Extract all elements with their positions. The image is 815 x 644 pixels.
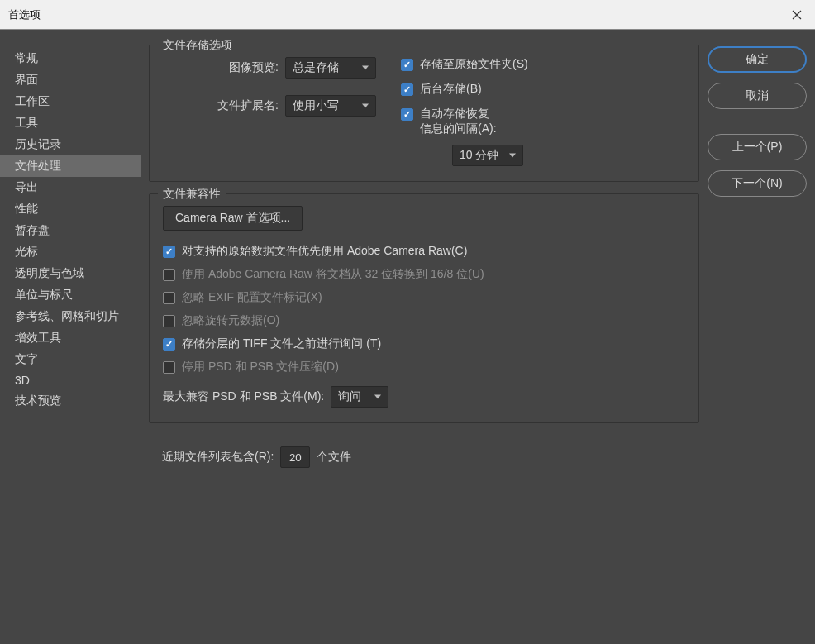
sidebar-item-interface[interactable]: 界面 [0,69,141,91]
prev-button[interactable]: 上一个(P) [708,134,807,160]
sidebar-item-history[interactable]: 历史记录 [0,134,141,155]
sidebar-item-performance[interactable]: 性能 [0,198,141,220]
camera-raw-prefs-button[interactable]: Camera Raw 首选项... [163,206,303,231]
group-title-storage: 文件存储选项 [158,38,237,53]
checkbox-label: 忽略旋转元数据(O) [182,313,279,328]
sidebar-item-label: 性能 [15,202,38,215]
sidebar-item-workspace[interactable]: 工作区 [0,91,141,112]
sidebar-item-tech-preview[interactable]: 技术预览 [0,390,141,412]
checkbox-ignore-rotation[interactable]: 忽略旋转元数据(O) [163,313,685,328]
sidebar-item-label: 参考线、网格和切片 [15,309,119,322]
checkbox-label: 停用 PSD 和 PSB 文件压缩(D) [182,360,339,374]
sidebar-item-units[interactable]: 单位与标尺 [0,284,141,306]
checkbox-label: 存储分层的 TIFF 文件之前进行询问 (T) [182,336,381,351]
sidebar-item-label: 文字 [15,352,38,365]
checkbox-save-original[interactable]: 存储至原始文件夹(S) [401,57,528,72]
ok-button[interactable]: 确定 [708,46,807,73]
checkbox-icon [163,361,175,374]
group-compat: 文件兼容性 Camera Raw 首选项... 对支持的原始数据文件优先使用 A… [149,193,699,423]
checkbox-auto-save[interactable]: 自动存储恢复 信息的间隔(A): [401,107,528,136]
sidebar-item-guides[interactable]: 参考线、网格和切片 [0,306,141,327]
main: 常规界面工作区工具历史记录文件处理导出性能暂存盘光标透明度与色域单位与标尺参考线… [0,30,815,644]
sidebar-item-export[interactable]: 导出 [0,177,141,198]
recent-files-row: 近期文件列表包含(R): 个文件 [149,435,699,468]
sidebar-item-label: 常规 [15,51,38,64]
sidebar-item-transparency[interactable]: 透明度与色域 [0,263,141,284]
select-image-preview[interactable]: 总是存储 [285,57,376,79]
sidebar-item-plugins[interactable]: 增效工具 [0,327,141,349]
checkbox-ask-tiff[interactable]: 存储分层的 TIFF 文件之前进行询问 (T) [163,336,685,351]
sidebar-item-label: 工具 [15,116,38,129]
sidebar-item-scratch[interactable]: 暂存盘 [0,220,141,241]
window-title: 首选项 [8,7,41,22]
checkbox-icon [163,269,175,281]
checkbox-label: 对支持的原始数据文件优先使用 Adobe Camera Raw(C) [182,244,467,259]
sidebar-item-tools[interactable]: 工具 [0,112,141,134]
group-title-compat: 文件兼容性 [158,187,226,202]
sidebar-item-cursor[interactable]: 光标 [0,241,141,263]
checkbox-icon [401,83,413,96]
sidebar: 常规界面工作区工具历史记录文件处理导出性能暂存盘光标透明度与色域单位与标尺参考线… [0,30,141,644]
buttons-column: 确定 取消 上一个(P) 下一个(N) [708,45,807,644]
label-file-ext: 文件扩展名: [163,98,279,113]
sidebar-item-label: 3D [15,374,30,387]
checkbox-icon [163,315,175,327]
select-max-compat[interactable]: 询问 [331,386,388,408]
sidebar-item-label: 工作区 [15,94,50,107]
content: 文件存储选项 图像预览: 总是存储 文件扩展名: 使用小写 [141,30,815,644]
label-recent-suffix: 个文件 [317,450,351,465]
checkbox-label: 忽略 EXIF 配置文件标记(X) [182,290,322,305]
titlebar: 首选项 [0,0,815,30]
checkbox-icon [401,59,413,71]
checkbox-disable-psd-compress[interactable]: 停用 PSD 和 PSB 文件压缩(D) [163,360,685,374]
sidebar-item-3d[interactable]: 3D [0,370,141,390]
group-file-storage: 文件存储选项 图像预览: 总是存储 文件扩展名: 使用小写 [149,45,699,182]
label-recent: 近期文件列表包含(R): [162,450,274,465]
sidebar-item-file-handling[interactable]: 文件处理 [0,155,141,177]
checkbox-ignore-exif[interactable]: 忽略 EXIF 配置文件标记(X) [163,290,685,305]
sidebar-item-label: 界面 [15,73,38,86]
select-auto-save-interval[interactable]: 10 分钟 [452,145,523,166]
sidebar-item-label: 透明度与色域 [15,266,84,279]
checkbox-label: 存储至原始文件夹(S) [420,57,528,72]
checkbox-label: 自动存储恢复 信息的间隔(A): [420,107,497,136]
checkbox-icon [163,246,175,258]
sidebar-item-label: 单位与标尺 [15,288,73,301]
checkbox-icon [401,108,413,121]
next-button[interactable]: 下一个(N) [708,170,807,197]
sidebar-item-label: 光标 [15,245,38,258]
checkbox-prefer-raw[interactable]: 对支持的原始数据文件优先使用 Adobe Camera Raw(C) [163,244,685,259]
label-max-compat: 最大兼容 PSD 和 PSB 文件(M): [163,389,324,404]
checkbox-32to16[interactable]: 使用 Adobe Camera Raw 将文档从 32 位转换到 16/8 位(… [163,267,685,282]
checkbox-icon [163,338,175,351]
sidebar-item-label: 导出 [15,180,38,193]
sidebar-item-type[interactable]: 文字 [0,349,141,370]
close-button[interactable] [778,0,815,30]
sidebar-item-label: 历史记录 [15,137,61,150]
sidebar-item-label: 技术预览 [15,394,61,407]
checkbox-icon [163,292,175,304]
sidebar-item-label: 增效工具 [15,331,61,344]
input-recent-count[interactable] [280,446,310,468]
checkbox-label: 使用 Adobe Camera Raw 将文档从 32 位转换到 16/8 位(… [182,267,484,282]
label-image-preview: 图像预览: [163,60,279,75]
panels: 文件存储选项 图像预览: 总是存储 文件扩展名: 使用小写 [149,45,699,644]
sidebar-item-label: 文件处理 [15,159,61,172]
checkbox-background-save[interactable]: 后台存储(B) [401,82,528,97]
sidebar-item-general[interactable]: 常规 [0,48,141,69]
select-file-ext[interactable]: 使用小写 [285,95,376,117]
sidebar-item-label: 暂存盘 [15,223,50,236]
cancel-button[interactable]: 取消 [708,83,807,109]
checkbox-label: 后台存储(B) [420,82,482,97]
close-icon [792,10,802,20]
